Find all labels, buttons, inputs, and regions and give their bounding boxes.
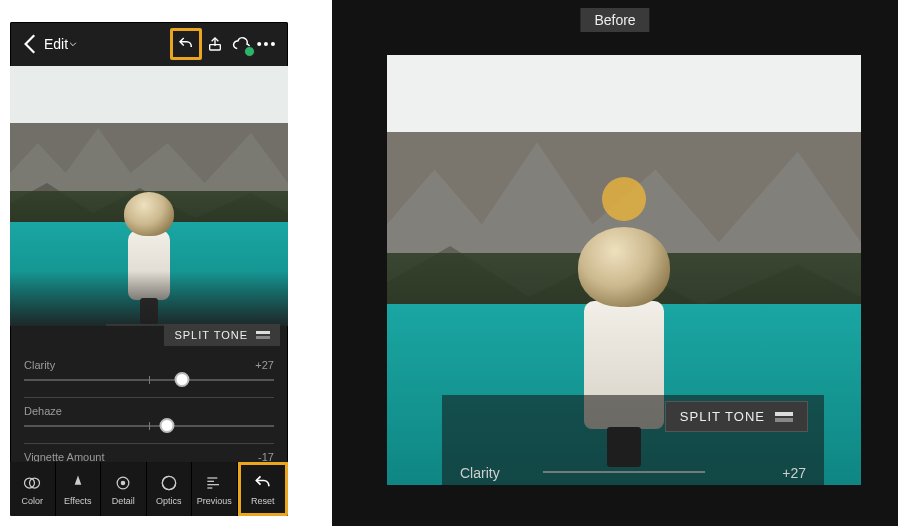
slider-row-clarity: Clarity +27 xyxy=(24,354,274,395)
split-tone-icon xyxy=(256,331,270,339)
tool-label: Color xyxy=(21,496,43,506)
tool-previous[interactable]: Previous xyxy=(192,462,238,516)
svg-point-7 xyxy=(122,481,125,484)
tool-effects[interactable]: Effects xyxy=(56,462,102,516)
back-icon[interactable] xyxy=(18,31,44,57)
top-bar: Edit ••• xyxy=(10,22,288,66)
svg-marker-5 xyxy=(74,475,81,484)
before-label: Before xyxy=(580,8,649,32)
slider-label: Clarity xyxy=(24,359,55,371)
overlay-ui: SPLIT TONE Clarity +27 xyxy=(442,395,824,485)
before-photo[interactable]: SPLIT TONE Clarity +27 xyxy=(387,55,861,485)
split-tone-label: SPLIT TONE xyxy=(680,409,765,424)
split-tone-icon xyxy=(775,412,793,422)
split-tone-button[interactable]: SPLIT TONE xyxy=(665,401,808,432)
tool-label: Optics xyxy=(156,496,182,506)
tool-label: Reset xyxy=(251,496,275,506)
tool-label: Detail xyxy=(112,496,135,506)
slider-label: Dehaze xyxy=(24,405,62,417)
slider-row-dehaze: Dehaze xyxy=(24,400,274,441)
slider-label: Clarity xyxy=(460,465,500,481)
slider-value: +27 xyxy=(255,359,274,371)
more-menu-button[interactable]: ••• xyxy=(254,31,280,57)
edited-photo[interactable] xyxy=(10,66,288,326)
slider-track[interactable] xyxy=(24,371,274,389)
tool-optics[interactable]: Optics xyxy=(147,462,193,516)
before-preview-panel: Before SPLIT TONE Clari xyxy=(332,0,898,526)
slider-value: +27 xyxy=(782,465,806,481)
slider-track[interactable] xyxy=(24,417,274,435)
cloud-sync-icon[interactable] xyxy=(228,31,254,57)
tool-color[interactable]: Color xyxy=(10,462,56,516)
tool-detail[interactable]: Detail xyxy=(101,462,147,516)
undo-button[interactable] xyxy=(170,28,202,60)
tool-reset[interactable]: Reset xyxy=(238,462,289,516)
bottom-toolbar: Color Effects Detail Optics Previous Res… xyxy=(10,462,288,516)
split-tone-label: SPLIT TONE xyxy=(174,329,248,341)
split-tone-button[interactable]: SPLIT TONE xyxy=(164,324,280,346)
chevron-down-icon xyxy=(68,39,78,49)
tool-label: Previous xyxy=(197,496,232,506)
lightroom-mobile-screen: Edit ••• xyxy=(10,22,288,516)
tool-label: Effects xyxy=(64,496,91,506)
mode-label[interactable]: Edit xyxy=(44,36,68,52)
share-button[interactable] xyxy=(202,31,228,57)
touch-indicator-icon xyxy=(602,177,646,221)
